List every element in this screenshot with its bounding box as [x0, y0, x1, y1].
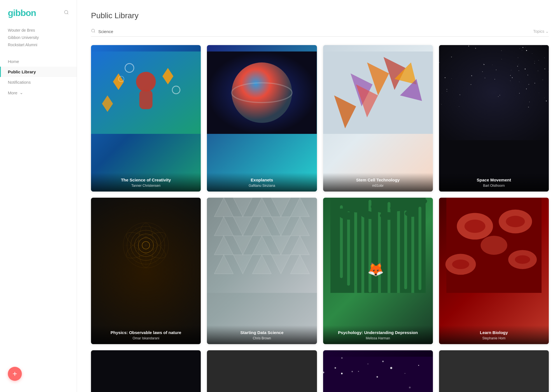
card-stem-cell[interactable]: Stem Cell Technology m01obr	[323, 45, 433, 192]
card-space-movement[interactable]: Space Movement Bart Olsthoorn	[439, 45, 549, 192]
search-bar: Topics ⌄	[91, 29, 549, 37]
svg-point-2	[92, 29, 95, 32]
card-biology[interactable]: Learn Biology Stephanie Hom	[439, 198, 549, 344]
sidebar: gibbon Wouter de Bres Gibbon University …	[0, 0, 77, 392]
chevron-down-icon: ⌄	[20, 90, 23, 95]
topics-dropdown-button[interactable]: Topics ⌄	[533, 29, 549, 34]
search-input[interactable]	[98, 29, 533, 34]
card-grid: The Science of Creativity Tanner Christe…	[91, 45, 549, 392]
card-title: Stem Cell Technology	[326, 177, 430, 183]
svg-marker-61	[233, 255, 252, 274]
card-row3-3[interactable]	[323, 350, 433, 392]
svg-marker-52	[252, 217, 271, 236]
card-overlay: Starting Data Science Chris Brown	[207, 325, 317, 344]
svg-rect-99	[91, 357, 201, 392]
svg-rect-72	[361, 207, 364, 293]
app-logo: gibbon	[8, 8, 36, 18]
svg-point-128	[367, 363, 368, 365]
sidebar-item-home[interactable]: Home	[0, 56, 77, 67]
search-icon	[91, 29, 95, 34]
sidebar-item-notifications[interactable]: Notifications	[0, 77, 77, 87]
main-content: Public Library Topics ⌄	[77, 0, 560, 392]
svg-marker-59	[290, 236, 309, 255]
svg-rect-86	[418, 207, 421, 290]
svg-marker-55	[214, 236, 233, 255]
svg-point-121	[390, 367, 392, 369]
svg-rect-68	[347, 211, 350, 286]
card-author: Stephanie Hom	[442, 336, 545, 340]
svg-line-3	[94, 32, 95, 32]
card-data-science[interactable]: Starting Data Science Chris Brown	[207, 198, 317, 344]
card-author: m01obr	[326, 184, 430, 188]
svg-rect-80	[397, 207, 400, 293]
card-art	[439, 350, 549, 392]
svg-point-5	[136, 72, 156, 92]
svg-marker-46	[233, 198, 252, 217]
sidebar-item-wouter[interactable]: Wouter de Bres	[8, 27, 69, 34]
card-exoplanets[interactable]: Exoplanets Gafitanu Sinziana	[207, 45, 317, 192]
fab-add-button[interactable]: +	[8, 367, 22, 381]
svg-marker-47	[252, 198, 271, 217]
svg-text:🦊: 🦊	[367, 261, 384, 277]
sidebar-header: gibbon	[0, 0, 77, 24]
sidebar-item-more[interactable]: More ⌄	[0, 87, 77, 98]
card-overlay: Exoplanets Gafitanu Sinziana	[207, 173, 317, 192]
svg-point-97	[515, 255, 530, 264]
svg-marker-62	[252, 255, 271, 274]
svg-rect-84	[411, 210, 414, 293]
svg-rect-82	[404, 211, 407, 289]
card-overlay: Learn Biology Stephanie Hom	[439, 325, 549, 344]
svg-point-104	[351, 371, 353, 372]
svg-rect-103	[323, 357, 433, 392]
card-overlay: The Science of Creativity Tanner Christe…	[91, 173, 201, 192]
card-title: The Science of Creativity	[94, 177, 197, 183]
svg-marker-57	[252, 236, 271, 255]
card-author: Bart Olsthoorn	[442, 184, 545, 188]
svg-point-91	[464, 220, 485, 233]
svg-point-127	[404, 373, 405, 374]
sidebar-item-rockstart[interactable]: Rockstart Alumni	[8, 41, 69, 48]
card-overlay: Psychology: Understanding Depression Mel…	[323, 325, 433, 344]
card-row3-4[interactable]	[439, 350, 549, 392]
card-overlay: Space Movement Bart Olsthoorn	[439, 173, 549, 192]
card-physics[interactable]: Physics: Observable laws of nature Omar …	[91, 198, 201, 344]
svg-point-107	[382, 361, 384, 362]
svg-line-41	[146, 235, 164, 245]
card-author: Omar Iskandarani	[94, 336, 197, 340]
svg-point-120	[418, 365, 419, 366]
svg-marker-54	[290, 217, 309, 236]
svg-rect-76	[378, 207, 381, 293]
svg-point-123	[334, 367, 336, 368]
svg-point-129	[376, 376, 378, 377]
card-psychology[interactable]: 🦊 Psychology: Understanding Depression M…	[323, 198, 433, 344]
topics-chevron-icon: ⌄	[545, 29, 549, 34]
sidebar-item-public-library[interactable]: Public Library	[0, 67, 77, 77]
card-title: Space Movement	[442, 177, 545, 183]
svg-marker-63	[271, 255, 290, 274]
svg-marker-51	[233, 217, 252, 236]
card-row3-1[interactable]	[91, 350, 201, 392]
card-science-creativity[interactable]: The Science of Creativity Tanner Christe…	[91, 45, 201, 192]
card-title: Physics: Observable laws of nature	[94, 330, 197, 335]
sidebar-item-university[interactable]: Gibbon University	[8, 34, 69, 41]
svg-point-114	[341, 373, 342, 374]
svg-rect-70	[354, 209, 357, 293]
svg-marker-58	[271, 236, 290, 255]
search-icon-button[interactable]	[64, 10, 69, 16]
topics-label: Topics	[533, 29, 544, 34]
svg-point-0	[64, 10, 68, 14]
card-author: Chris Brown	[210, 336, 313, 340]
card-overlay: Stem Cell Technology m01obr	[323, 173, 433, 192]
svg-marker-60	[214, 255, 233, 274]
card-author: Gafitanu Sinziana	[210, 184, 313, 188]
svg-point-95	[452, 260, 469, 269]
svg-line-35	[127, 245, 146, 256]
sidebar-groups: Wouter de Bres Gibbon University Rocksta…	[0, 24, 77, 48]
svg-marker-48	[271, 198, 290, 217]
card-author: Tanner Christensen	[94, 184, 197, 188]
svg-point-14	[232, 62, 292, 123]
svg-line-31	[146, 245, 164, 256]
svg-marker-49	[290, 198, 309, 217]
svg-marker-64	[290, 255, 309, 274]
card-row3-2[interactable]	[207, 350, 317, 392]
